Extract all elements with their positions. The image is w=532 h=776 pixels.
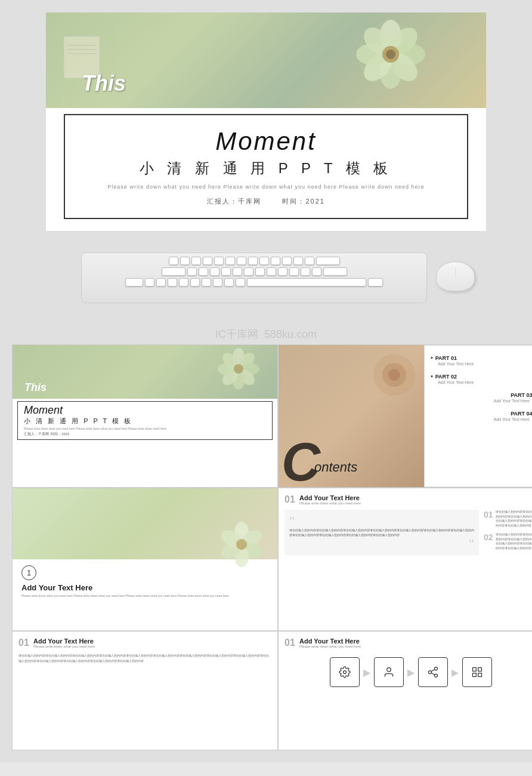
arrow-1: ▶ xyxy=(363,657,370,687)
thumb-section-image xyxy=(13,488,277,559)
part-01-label: PART 01 xyxy=(431,355,532,361)
thumb-subtitle: Please write down what you need here Ple… xyxy=(24,427,266,430)
part-03-label: PART 03 xyxy=(431,392,532,398)
quote-text: 请在此输入您的内容请在此编入您的内容请在此编入您的内容请在此编入您的内容请在此编… xyxy=(289,528,474,537)
subtitle-text: Please write down what you need here Ple… xyxy=(83,184,449,190)
num-item-1: 01 请在此编入您的内容请在此编入您的内容请在此编入您的内容请在此编入您的内容请… xyxy=(484,510,532,528)
num-items: 01 请在此编入您的内容请在此编入您的内容请在此编入您的内容请在此编入您的内容请… xyxy=(484,510,532,555)
num-item-1-num: 01 xyxy=(484,510,493,519)
thumb-text: 01 Add Your Text Here Please write down … xyxy=(12,631,278,750)
thumb-contents: C ontents PART 01 Add Your Text Here PAR… xyxy=(278,344,532,488)
gear-icon xyxy=(339,666,351,678)
num-item-2-num: 02 xyxy=(484,532,493,542)
icons-slide-num: 01 xyxy=(284,638,296,648)
icon-box-gear xyxy=(330,657,360,687)
num-item-2-text: 请在此编入您的内容请在此编入您的内容请在此编入您的内容请在此编入您的内容请在此编… xyxy=(496,532,532,550)
quote-header: 01 Add Your Text Here Please write down … xyxy=(284,494,532,505)
thumb-contents-bg: C ontents xyxy=(279,345,424,487)
thumb-cover: This Moment 小 清 新 通 用 P P T 模 板 Please w… xyxy=(12,344,278,488)
svg-rect-43 xyxy=(478,673,482,677)
part-04-text: Add Your Text Here xyxy=(431,417,532,421)
icon-box-grid xyxy=(462,657,492,687)
share-icon xyxy=(427,666,439,678)
quote-content: " 请在此输入您的内容请在此编入您的内容请在此编入您的内容请在此编入您的内容请在… xyxy=(284,510,532,555)
thumb-contents-list: PART 01 Add Your Text Here PART 02 Add Y… xyxy=(424,345,532,487)
thumb-icons: 01 Add Your Text Here Please write down … xyxy=(278,631,532,750)
svg-line-39 xyxy=(431,669,435,671)
section-body: Please write down what you need here Ple… xyxy=(21,594,268,599)
text-slide-body: 请在此编入您的内容请在此编入您的内容请在此编入您的内容请在此编入您的内容请在此编… xyxy=(18,653,271,663)
quote-num: 01 xyxy=(284,494,296,505)
svg-rect-40 xyxy=(473,668,477,672)
icons-slide-title: Add Your Text Here xyxy=(299,638,361,645)
section-heading: Add Your Text Here xyxy=(21,583,268,592)
watermark: IC千库网 588ku.com xyxy=(12,327,520,344)
moment-title: Moment xyxy=(83,127,449,156)
section-flower xyxy=(218,521,265,568)
contents-word: ontents xyxy=(314,460,357,475)
slide-content-box: Moment 小 清 新 通 用 P P T 模 板 Please write … xyxy=(64,114,468,219)
svg-rect-42 xyxy=(473,673,477,677)
svg-point-23 xyxy=(234,364,243,374)
svg-point-36 xyxy=(429,671,432,674)
svg-rect-41 xyxy=(478,668,482,672)
icons-slide-header: 01 Add Your Text Here Please write down … xyxy=(284,638,532,648)
contents-item-4: PART 04 Add Your Text Here xyxy=(431,410,532,421)
thumb-hero-text: This xyxy=(24,381,47,394)
chinese-title: 小 清 新 通 用 P P T 模 板 xyxy=(83,159,449,178)
contents-item-1: PART 01 Add Your Text Here xyxy=(431,355,532,366)
grid-icon xyxy=(471,666,483,678)
text-slide-title: Add Your Text Here xyxy=(33,638,95,645)
part-02-label: PART 02 xyxy=(431,373,532,380)
contents-item-3: PART 03 Add Your Text Here xyxy=(431,392,532,403)
text-slide-subtitle: Please write down what you need here xyxy=(33,645,95,648)
svg-point-10 xyxy=(386,50,395,59)
author-line: 汇报人：千库网 时间：2021 xyxy=(83,197,449,206)
svg-point-26 xyxy=(388,369,400,381)
quote-open: " xyxy=(289,515,474,528)
roses-decoration xyxy=(370,351,418,399)
quote-close: " xyxy=(289,537,474,550)
thumb-author: 汇报人：千库网 时间：2021 xyxy=(24,432,266,437)
page-wrapper: This Moment 小 清 新 通 用 P P T 模 板 Please w… xyxy=(0,0,532,762)
slide-hero-image: This xyxy=(46,13,486,108)
svg-line-38 xyxy=(431,673,435,675)
thumb-section1: 1 Add Your Text Here Please write down w… xyxy=(12,488,278,631)
keyboard-image xyxy=(81,252,427,303)
person-icon xyxy=(383,666,395,678)
thumb-quote: 01 Add Your Text Here Please write down … xyxy=(278,488,532,631)
svg-point-35 xyxy=(435,667,438,670)
section-number: 1 xyxy=(21,565,36,580)
part-02-text: Add Your Text Here xyxy=(431,380,532,384)
part-04-label: PART 04 xyxy=(431,410,532,417)
icon-box-person xyxy=(374,657,404,687)
svg-point-33 xyxy=(236,539,247,550)
contents-item-2: PART 02 Add Your Text Here xyxy=(431,373,532,384)
part-01-text: Add Your Text Here xyxy=(431,362,532,366)
text-slide-num: 01 xyxy=(18,638,30,648)
quote-title: Add Your Text Here xyxy=(299,494,532,501)
hero-text: This xyxy=(82,71,126,96)
flower-decoration xyxy=(355,19,426,90)
icon-row: ▶ ▶ xyxy=(284,657,532,687)
thumb-hero: This xyxy=(13,345,277,399)
num-item-1-text: 请在此编入您的内容请在此编入您的内容请在此编入您的内容请在此编入您的内容请在此编… xyxy=(496,510,532,528)
thumb-flower xyxy=(218,348,259,390)
quote-block: " 请在此输入您的内容请在此编入您的内容请在此编入您的内容请在此编入您的内容请在… xyxy=(284,510,479,555)
keyboard-section xyxy=(45,250,487,309)
mouse-image xyxy=(436,261,475,291)
arrow-3: ▶ xyxy=(451,657,459,687)
part-03-text: Add Your Text Here xyxy=(431,399,532,403)
arrow-2: ▶ xyxy=(407,657,415,687)
num-item-2: 02 请在此编入您的内容请在此编入您的内容请在此编入您的内容请在此编入您的内容请… xyxy=(484,532,532,550)
thumb-chinese: 小 清 新 通 用 P P T 模 板 xyxy=(24,417,266,426)
text-slide-header: 01 Add Your Text Here Please write down … xyxy=(18,638,271,648)
svg-point-37 xyxy=(435,674,438,677)
thumb-content-box: Moment 小 清 新 通 用 P P T 模 板 Please write … xyxy=(17,401,273,440)
quote-subtitle: Please write down what you need here xyxy=(299,501,532,505)
slide-main: This Moment 小 清 新 通 用 P P T 模 板 Please w… xyxy=(45,12,487,232)
svg-point-34 xyxy=(387,668,391,672)
icon-box-share xyxy=(418,657,448,687)
thumbnail-grid: This Moment 小 清 新 通 用 P P T 模 板 Please w… xyxy=(12,344,532,750)
thumb-moment: Moment xyxy=(24,404,266,417)
